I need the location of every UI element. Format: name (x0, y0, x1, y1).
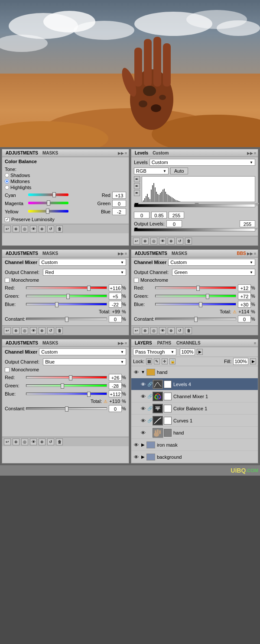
black-input-point[interactable] (134, 203, 139, 206)
black-eyedropper[interactable]: ✒ (134, 176, 140, 182)
tab-layers[interactable]: LAYERS (133, 340, 154, 346)
footer-circle-icon[interactable]: ◎ (21, 225, 28, 232)
cmb-blue-value[interactable]: +112 (109, 390, 122, 397)
cmr-red-value[interactable]: +116 (109, 284, 122, 291)
cmb-green-slider[interactable] (26, 384, 107, 387)
lock-position-icon[interactable]: ✛ (162, 358, 168, 364)
cmr-preset-dropdown[interactable]: Custom ▼ (39, 259, 126, 266)
mid-input-point[interactable] (195, 203, 199, 206)
cmrf-back[interactable]: ↩ (4, 327, 11, 334)
radio-shadows[interactable]: Shadows (5, 173, 126, 178)
cmr-const-value[interactable]: 0 (109, 316, 122, 322)
footer-add-icon[interactable]: ⊕ (13, 225, 20, 232)
cmbf-back[interactable]: ↩ (4, 438, 11, 445)
cmb-red-track[interactable] (26, 376, 107, 379)
opacity-input[interactable] (180, 348, 195, 355)
cmgf-back[interactable]: ↩ (133, 327, 140, 334)
fill-arrow[interactable]: ▶ (250, 358, 256, 364)
tab-custom-levels[interactable]: Custom (151, 150, 170, 156)
tab-channels[interactable]: CHANNELS (175, 340, 202, 346)
output-black-point[interactable] (134, 228, 138, 230)
cmrf-link[interactable]: ⊕ (39, 327, 46, 334)
cmg-red-slider[interactable] (155, 287, 236, 289)
cmg-const-slider[interactable] (155, 318, 236, 320)
cmr-green-value[interactable]: +5 (109, 293, 122, 299)
cmg-blue-track[interactable] (155, 303, 236, 306)
lf-trash[interactable]: 🗑 (185, 238, 192, 245)
panel-menu-arrow[interactable]: ▶▶ (118, 151, 124, 155)
layer-vis-hand[interactable]: 👁 (140, 430, 146, 436)
cmb-red-thumb[interactable] (69, 375, 72, 380)
cmb-const-track[interactable] (26, 407, 107, 410)
cmg-mono-checkbox[interactable] (134, 278, 139, 283)
lf-eye[interactable]: 👁 (159, 238, 166, 245)
tab-masks-1[interactable]: MASKS (41, 150, 60, 156)
layer-expand-background[interactable]: ▶ (140, 454, 146, 459)
cmg-blue-thumb[interactable] (199, 302, 202, 307)
footer-refresh-icon[interactable]: ↺ (47, 225, 54, 232)
layer-item-levels4[interactable]: 👁 🔗 Levels 4 (131, 378, 258, 390)
radio-highlights[interactable]: Highlights (5, 185, 126, 190)
cmgf-eye[interactable]: 👁 (159, 327, 166, 334)
cmg-const-value[interactable]: 0 (238, 316, 251, 322)
input-value-black[interactable]: 0 (134, 212, 150, 219)
layer-expand-hand-group[interactable]: ▼ (140, 370, 146, 374)
cmb-arrow[interactable]: ▶▶ (118, 341, 124, 345)
layers-menu-icon[interactable]: ≡ (254, 341, 256, 345)
cmb-red-slider[interactable] (26, 376, 107, 379)
layer-item-cb1[interactable]: 👁 🔗 Color Balance 1 (131, 402, 258, 415)
cmr-green-slider[interactable] (26, 295, 107, 297)
levels-channel-dropdown[interactable]: RGB ▼ (134, 167, 169, 174)
auto-button[interactable]: Auto (170, 167, 188, 174)
cmb-const-value[interactable]: 0 (109, 405, 122, 412)
layer-item-background[interactable]: 👁 ▶ background (131, 451, 258, 463)
yellow-blue-value[interactable]: -2 (112, 208, 126, 215)
lf-link[interactable]: ⊕ (168, 238, 175, 245)
opacity-arrow[interactable]: ▶ (197, 349, 203, 355)
lf-refresh[interactable]: ↺ (176, 238, 183, 245)
layer-vis-background[interactable]: 👁 (133, 454, 139, 460)
layer-vis-cm1[interactable]: 👁 (140, 393, 146, 399)
cmb-const-slider[interactable] (26, 407, 107, 410)
panel-menu-icon[interactable]: ≡ (125, 151, 127, 155)
tab-masks-cmb[interactable]: MASKS (41, 340, 60, 346)
cyan-red-slider[interactable] (28, 193, 68, 196)
cmg-output-dropdown[interactable]: Green ▼ (172, 269, 255, 276)
cmr-blue-slider[interactable] (26, 303, 107, 306)
lf-back[interactable]: ↩ (133, 238, 140, 245)
tab-adjustments-1[interactable]: ADJUSTMENTS (4, 150, 40, 156)
cmr-blue-value[interactable]: -22 (109, 301, 122, 308)
cmg-preset-dropdown[interactable]: Custom ▼ (168, 259, 255, 266)
cmrf-eye[interactable]: 👁 (30, 327, 37, 334)
layer-item-hand-group[interactable]: 👁 ▼ hand (131, 366, 258, 378)
input-slider-track[interactable] (134, 204, 255, 207)
output-white-point[interactable] (255, 228, 258, 230)
output-value-black[interactable]: 0 (166, 220, 182, 227)
cmb-green-thumb[interactable] (61, 383, 64, 389)
cyan-red-track[interactable] (28, 193, 68, 197)
cmrf-trash[interactable]: 🗑 (56, 327, 63, 334)
layer-item-hand[interactable]: 👁 hand (131, 427, 258, 439)
cmg-green-value[interactable]: +72 (238, 293, 251, 299)
blend-mode-dropdown[interactable]: Pass Through ▼ (133, 348, 176, 355)
tab-adj-cmb[interactable]: ADJUSTMENTS (4, 340, 40, 346)
yellow-blue-track[interactable] (28, 210, 68, 213)
footer-link-icon[interactable]: ⊕ (39, 225, 46, 232)
fill-input[interactable] (233, 358, 248, 365)
cmb-menu[interactable]: ≡ (125, 341, 127, 345)
cmr-const-slider[interactable] (26, 318, 107, 320)
cmg-const-track[interactable] (155, 318, 236, 320)
input-value-mid[interactable]: 0.85 (151, 212, 167, 219)
cyan-red-thumb[interactable] (52, 192, 56, 197)
cmg-red-value[interactable]: +12 (238, 284, 251, 291)
tab-levels[interactable]: Levels (133, 150, 150, 156)
output-value-white[interactable]: 255 (240, 220, 255, 227)
levels-menu-icon[interactable]: ≡ (254, 151, 256, 155)
cmr-red-thumb[interactable] (87, 286, 91, 291)
cmg-const-thumb[interactable] (194, 317, 198, 322)
cmr-green-track[interactable] (26, 295, 107, 297)
cmb-mono-checkbox[interactable] (5, 367, 10, 372)
input-value-white[interactable]: 255 (169, 212, 184, 219)
cmr-arrow[interactable]: ▶▶ (118, 251, 124, 256)
white-eyedropper[interactable]: ✒ (134, 190, 140, 196)
